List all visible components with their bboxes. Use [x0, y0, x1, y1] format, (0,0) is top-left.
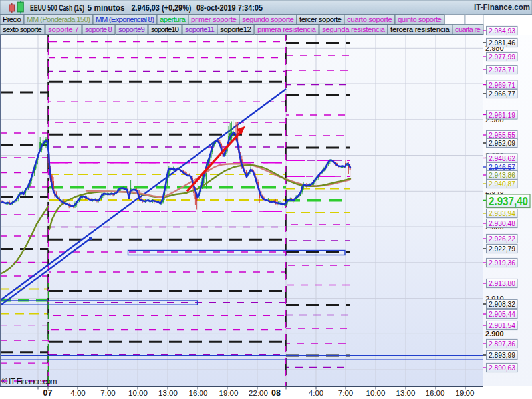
svg-text:2.926,22: 2.926,22 [489, 235, 515, 243]
svg-text:2.955,55: 2.955,55 [489, 131, 515, 139]
svg-text:MM (Ponderada 150): MM (Ponderada 150) [27, 15, 90, 23]
svg-text:2.900: 2.900 [485, 330, 504, 338]
svg-text:cuarto soporte: cuarto soporte [347, 15, 392, 23]
svg-text:7:00: 7:00 [338, 389, 353, 397]
svg-text:4:00: 4:00 [309, 389, 323, 397]
svg-text:2.908,32: 2.908,32 [489, 300, 515, 308]
svg-text:tercer soporte: tercer soporte [299, 15, 342, 23]
svg-text:2.946,57: 2.946,57 [489, 163, 515, 171]
svg-text:2.890,63: 2.890,63 [489, 364, 515, 372]
svg-text:apertura: apertura [160, 15, 186, 23]
svg-text:2.981,46: 2.981,46 [489, 39, 515, 47]
svg-text:19:00: 19:00 [219, 389, 239, 397]
svg-text:10:00: 10:00 [366, 389, 386, 397]
svg-text:sexto soporte: sexto soporte [3, 25, 42, 33]
svg-text:IT-Finance.com: IT-Finance.com [474, 2, 530, 12]
svg-text:soporte9: soporte9 [118, 25, 145, 33]
svg-text:08: 08 [271, 388, 281, 398]
svg-text:2.973,71: 2.973,71 [489, 66, 515, 74]
svg-text:2.905,44: 2.905,44 [489, 310, 516, 318]
svg-text:quinto soporte: quinto soporte [398, 15, 442, 23]
svg-text:2.961,19: 2.961,19 [489, 111, 515, 119]
svg-text:primer soporte: primer soporte [191, 15, 237, 23]
svg-text:4:00: 4:00 [70, 389, 85, 397]
svg-text:tercera resistencia: tercera resistencia [390, 25, 450, 33]
svg-text:MM (Exponencial 8): MM (Exponencial 8) [96, 15, 154, 23]
svg-text:segunda resistencia: segunda resistencia [322, 25, 386, 33]
svg-text:© IT-Finance.com: © IT-Finance.com [2, 377, 57, 386]
svg-text:Precio: Precio [3, 15, 21, 23]
svg-text:08-oct-2019 7:34:05: 08-oct-2019 7:34:05 [196, 3, 263, 13]
svg-text:segundo soporte: segundo soporte [242, 15, 294, 23]
svg-text:2.940,87: 2.940,87 [489, 180, 515, 188]
svg-text:07: 07 [43, 388, 53, 398]
svg-text:2.943,86: 2.943,86 [489, 171, 515, 179]
svg-text:2.946,03 (+0,29%): 2.946,03 (+0,29%) [132, 3, 192, 13]
svg-text:soporte 7: soporte 7 [48, 25, 79, 33]
svg-text:2.969,71: 2.969,71 [489, 81, 515, 89]
svg-text:2.922,79: 2.922,79 [489, 245, 515, 253]
svg-text:2.901,54: 2.901,54 [489, 321, 516, 329]
svg-text:2.913,80: 2.913,80 [489, 279, 515, 287]
svg-text:7:00: 7:00 [100, 389, 115, 397]
svg-text:2.984,93: 2.984,93 [489, 27, 515, 35]
svg-text:2.952,09: 2.952,09 [489, 139, 515, 147]
svg-text:5 minutos: 5 minutos [88, 3, 125, 13]
svg-text:soporte12: soporte12 [220, 25, 251, 33]
svg-text:13:00: 13:00 [396, 389, 416, 397]
svg-text:19:00: 19:00 [456, 389, 475, 397]
svg-text:2.930,48: 2.930,48 [489, 219, 515, 227]
svg-text:2.919,36: 2.919,36 [489, 259, 515, 267]
svg-text:16:00: 16:00 [426, 389, 445, 397]
svg-text:soporte10: soporte10 [151, 25, 179, 33]
svg-text:2.937,40: 2.937,40 [489, 195, 528, 208]
svg-text:13:00: 13:00 [158, 389, 178, 397]
svg-text:soporte11: soporte11 [185, 25, 215, 33]
svg-text:2.933,94: 2.933,94 [489, 209, 516, 217]
svg-text:2.977,99: 2.977,99 [489, 53, 515, 61]
svg-text:10:00: 10:00 [128, 389, 148, 397]
svg-text:2.897,36: 2.897,36 [489, 340, 515, 348]
svg-text:primera resistencia: primera resistencia [257, 25, 317, 33]
svg-text:cuarta re: cuarta re [455, 25, 481, 33]
svg-text:soporte 8: soporte 8 [85, 25, 112, 33]
svg-text:2.966,77: 2.966,77 [489, 90, 515, 98]
svg-text:EEUU 500 Cash (1€): EEUU 500 Cash (1€) [30, 3, 84, 13]
svg-text:2.893,99: 2.893,99 [489, 351, 515, 359]
svg-text:2.948,62: 2.948,62 [489, 154, 515, 162]
svg-text:16:00: 16:00 [189, 389, 208, 397]
svg-text:22:00: 22:00 [249, 389, 268, 397]
